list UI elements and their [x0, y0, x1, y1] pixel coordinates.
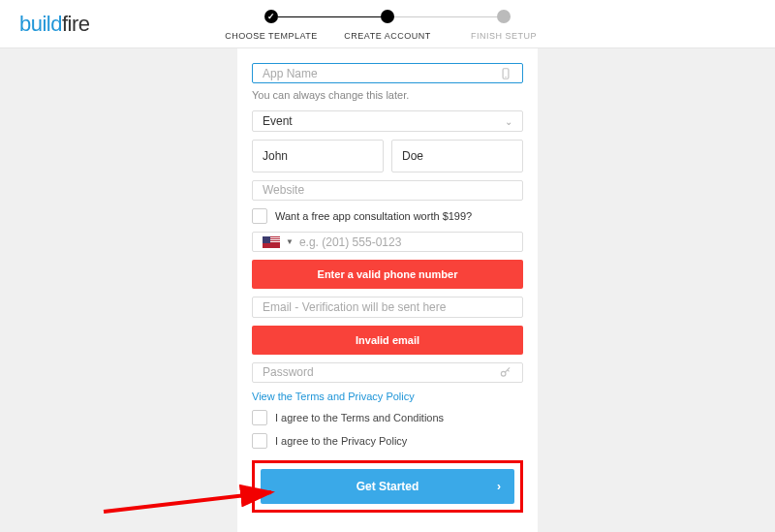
category-select[interactable]: Event ⌄: [252, 110, 523, 131]
top-bar: buildfire CHOOSE TEMPLATE CREATE ACCOUNT…: [0, 0, 775, 48]
step-circle-active-icon: [381, 10, 394, 23]
get-started-button[interactable]: Get Started ›: [261, 469, 514, 504]
step-label: FINISH SETUP: [471, 31, 537, 41]
step-finish-setup: FINISH SETUP: [446, 10, 562, 41]
step-label: CREATE ACCOUNT: [344, 31, 430, 41]
agree-privacy-row[interactable]: I agree to the Privacy Policy: [252, 433, 523, 449]
phone-error-banner: Enter a valid phone number: [252, 260, 523, 289]
consultation-checkbox[interactable]: [252, 208, 267, 224]
phone-input[interactable]: [299, 235, 512, 249]
create-account-form: You can always change this later. Event …: [237, 48, 538, 532]
cta-label: Get Started: [356, 480, 419, 493]
terms-privacy-link[interactable]: View the Terms and Privacy Policy: [252, 391, 523, 402]
key-icon: [499, 365, 512, 379]
us-flag-icon[interactable]: [263, 236, 280, 248]
logo-part2: fire: [62, 12, 90, 36]
step-choose-template: CHOOSE TEMPLATE: [213, 10, 329, 41]
step-label: CHOOSE TEMPLATE: [225, 31, 318, 41]
email-field[interactable]: [252, 297, 523, 317]
cta-highlight-box: Get Started ›: [252, 460, 523, 513]
step-circle-inactive-icon: [497, 10, 511, 23]
flag-dropdown-icon[interactable]: ▼: [286, 237, 294, 246]
app-icon: [499, 67, 512, 80]
name-row: [252, 140, 523, 172]
email-input[interactable]: [263, 300, 512, 314]
website-field[interactable]: [252, 180, 523, 201]
password-input[interactable]: [263, 365, 499, 379]
agree-privacy-label: I agree to the Privacy Policy: [275, 435, 407, 447]
app-name-field[interactable]: [252, 63, 523, 83]
app-name-hint: You can always change this later.: [252, 89, 523, 101]
logo-part1: build: [19, 12, 62, 36]
phone-field[interactable]: ▼: [252, 232, 523, 252]
agree-terms-checkbox[interactable]: [252, 410, 267, 425]
logo: buildfire: [19, 12, 90, 37]
website-input[interactable]: [263, 183, 512, 197]
first-name-field[interactable]: [252, 140, 384, 172]
category-value: Event: [263, 114, 293, 128]
step-connector: [278, 16, 394, 17]
progress-stepper: CHOOSE TEMPLATE CREATE ACCOUNT FINISH SE…: [213, 10, 562, 41]
email-error-banner: Invalid email: [252, 326, 523, 355]
agree-terms-label: I agree to the Terms and Conditions: [275, 412, 444, 423]
last-name-input[interactable]: [402, 149, 512, 163]
agree-terms-row[interactable]: I agree to the Terms and Conditions: [252, 410, 523, 425]
password-field[interactable]: [252, 362, 523, 383]
consultation-row[interactable]: Want a free app consultation worth $199?: [252, 208, 523, 224]
app-name-input[interactable]: [263, 67, 499, 80]
agree-privacy-checkbox[interactable]: [252, 433, 267, 449]
page-body: You can always change this later. Event …: [0, 48, 775, 532]
chevron-down-icon: ⌄: [505, 115, 512, 126]
chevron-right-icon: ›: [497, 480, 501, 493]
last-name-field[interactable]: [391, 140, 523, 172]
step-connector: [394, 16, 511, 17]
step-circle-done-icon: [264, 10, 278, 23]
first-name-input[interactable]: [263, 149, 373, 163]
step-create-account: CREATE ACCOUNT: [329, 10, 446, 41]
consultation-label: Want a free app consultation worth $199?: [275, 210, 472, 222]
